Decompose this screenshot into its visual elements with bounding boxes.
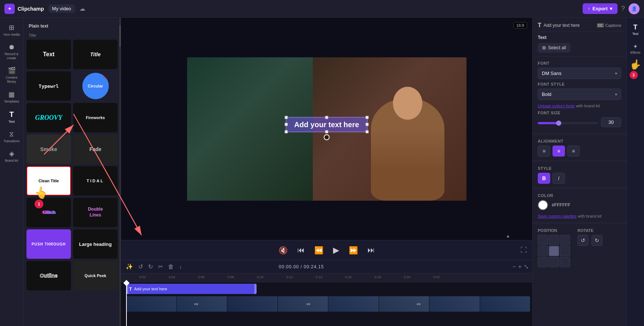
zoom-out-btn[interactable]: − [512,264,516,270]
zoom-in-btn[interactable]: + [518,264,522,270]
pos-cell-br[interactable] [560,257,570,267]
timeline-delete-btn[interactable]: 🗑 [167,262,175,271]
timeline-toolbar: ✨ ↺ ↻ ✂ 🗑 ↓ 00:00.00 / 00:24.15 − + ⤡ [121,260,532,273]
content-icon: 🎬 [8,67,16,75]
skip-forward-button[interactable]: ⏭ [366,244,376,256]
template-glitch[interactable]: Glitch [26,198,71,227]
collapse-icon[interactable]: ▲ [506,233,510,239]
avatar[interactable]: 👤 [629,3,640,14]
template-double-lines[interactable]: DoubleLines [73,198,118,227]
font-size-slider-container[interactable] [538,121,598,124]
timeline-redo-btn[interactable]: ↻ [147,262,154,271]
sidebar-item-your-media[interactable]: ⊞ Your media [1,21,22,40]
handle-br[interactable] [366,130,369,133]
slider-thumb[interactable] [556,121,561,126]
template-circular[interactable]: Circular 2 [82,73,109,99]
handle-tl[interactable] [285,116,287,119]
sidebar-item-transitions[interactable]: ⧖ Transitions [1,128,22,146]
template-outline[interactable]: Outline [26,261,71,290]
timeline-add-btn[interactable]: ↓ [178,262,183,271]
handle-bm[interactable] [325,130,328,133]
skip-back-button[interactable]: ⏮ [296,244,306,256]
template-double-lines-label: DoubleLines [88,207,103,218]
timeline-undo-btn[interactable]: ↺ [137,262,144,271]
fast-forward-button[interactable]: ⏩ [347,244,359,256]
right-sidebar-effects[interactable]: ✦ Effects [627,40,644,57]
pos-cell-mc[interactable] [549,246,559,256]
pos-cell-ml[interactable] [538,246,548,256]
pos-cell-tr[interactable] [560,235,570,245]
pos-cell-bc[interactable] [549,257,559,267]
select-all-button[interactable]: ⊞ Select all [538,43,570,53]
align-right-btn[interactable]: ≡ [567,146,580,157]
timeline-magic-btn[interactable]: ✨ [125,262,134,271]
font-size-slider[interactable] [538,122,598,124]
font-style-selector[interactable]: Bold Regular Italic Bold Italic ▾ [538,89,621,100]
template-text[interactable]: Text [26,40,71,69]
sidebar-item-brand-kit[interactable]: ◈ Brand kit [1,147,22,166]
thumb-2 [177,296,228,312]
template-fireworks-label: Fireworks [86,115,105,120]
bold-btn[interactable]: B [538,173,550,184]
sidebar-item-content[interactable]: 🎬 Content library [1,64,22,87]
text-overlay[interactable]: Add your text here [286,117,368,132]
rotate-ccw-btn[interactable]: ↺ [577,235,588,246]
panel-scrollbar[interactable] [119,18,121,326]
template-fireworks[interactable]: Fireworks [73,103,118,132]
video-track-clip[interactable]: ⇔ ⇔ ⇔ [126,296,530,312]
handle-bl[interactable] [285,130,287,133]
template-large-heading[interactable]: Large heading [73,229,118,259]
handle-rm[interactable] [366,123,369,126]
fullscreen-button[interactable]: ⛶ [520,246,527,254]
ruler-0:10: 0:10 [257,275,264,279]
template-typewriter[interactable]: Typewrl [26,71,71,101]
sidebar-item-templates[interactable]: ▦ Templates [1,87,22,107]
track-right-handle[interactable] [254,284,257,294]
handle-tr[interactable] [366,116,369,119]
text-templates-panel: Plain text Title Text Title Typewrl Circ… [24,18,121,326]
template-quick-peek[interactable]: Quick Peek [73,261,118,290]
rotate-handle[interactable] [323,134,329,140]
color-swatch[interactable] [538,200,548,210]
pos-cell-tc[interactable] [549,235,559,245]
upload-custom-fonts-link[interactable]: Upload custom fonts [538,104,575,108]
align-left-btn[interactable]: ≡ [538,146,550,157]
help-button[interactable]: ? [621,5,625,12]
position-grid[interactable] [538,235,570,267]
timeline-split-btn[interactable]: ✂ [157,262,164,271]
rewind-button[interactable]: ⏪ [313,244,325,256]
template-fade[interactable]: Fade [73,135,118,164]
font-selector[interactable]: DM Sans Arial Helvetica Georgia Montserr… [538,68,621,79]
track-left-handle[interactable] [126,284,128,294]
sidebar-item-record[interactable]: ⏺ Record &create [1,40,22,63]
pos-cell-mr[interactable] [560,246,570,256]
video-title-btn[interactable]: My video [49,4,75,13]
handle-tm[interactable] [325,116,328,119]
zoom-expand-btn[interactable]: ⤡ [524,263,529,270]
template-groovy[interactable]: GROOVY [26,103,71,132]
pos-cell-bl[interactable] [538,257,548,267]
export-button[interactable]: ↑ Export ▾ [583,3,618,14]
template-title[interactable]: Title [73,40,118,69]
sidebar-item-text[interactable]: T Text [1,107,22,127]
template-push-through[interactable]: PUSH THROUGH [26,229,71,259]
mute-button[interactable]: 🔇 [277,244,289,256]
play-button[interactable]: ▶ [332,244,341,257]
template-tidal[interactable]: TIDAL [73,166,118,196]
font-size-input[interactable]: 30 [601,117,621,127]
ruler-0:08: 0:08 [228,275,234,279]
template-smoke[interactable]: Smoke [26,135,71,164]
save-custom-palettes-link[interactable]: Save custom palettes [538,214,576,218]
right-sidebar-text[interactable]: T Text [627,21,644,39]
italic-btn[interactable]: I [552,173,565,184]
font-style-select-input[interactable]: Bold Regular Italic Bold Italic [540,90,615,99]
align-center-btn[interactable]: ≡ [552,146,565,157]
font-select-input[interactable]: DM Sans Arial Helvetica Georgia Montserr… [540,69,615,78]
captions-btn[interactable]: CC Captions [597,23,621,28]
template-clean-title[interactable]: Clean Title [26,166,71,196]
text-track-clip[interactable]: T Add your text here [126,284,257,294]
handle-lm[interactable] [285,123,287,126]
pos-cell-tl[interactable] [538,235,548,245]
rotate-cw-btn[interactable]: ↻ [591,235,602,246]
text-overlay-container[interactable]: Add your text here [286,117,368,132]
